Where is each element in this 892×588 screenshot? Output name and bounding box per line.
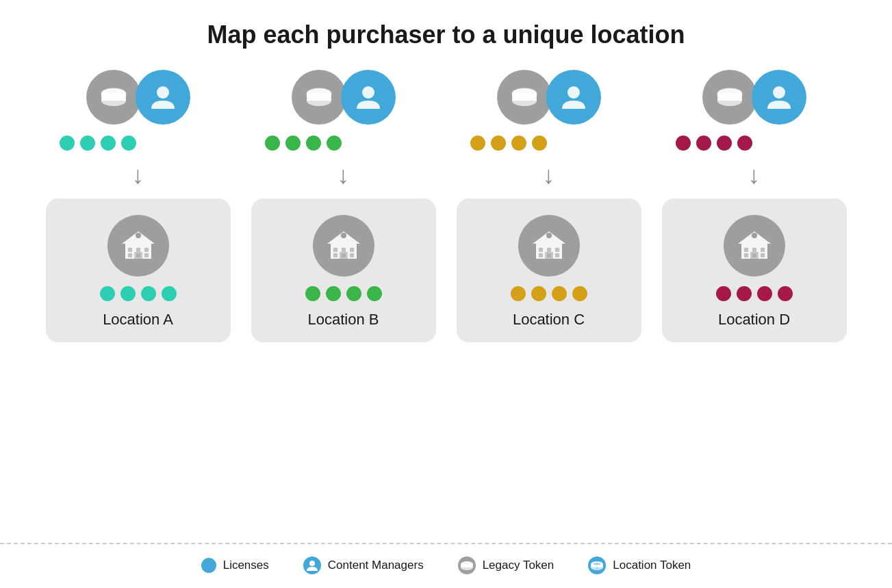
svg-rect-26 — [333, 253, 337, 257]
location-box-d: Location D — [662, 199, 847, 342]
legend-location-token-icon — [588, 557, 606, 574]
top-icons-c — [497, 70, 601, 125]
dot — [327, 136, 342, 151]
svg-point-52 — [752, 233, 757, 238]
location-dots-a — [57, 286, 220, 301]
svg-rect-28 — [350, 253, 354, 257]
location-dots-d — [673, 286, 836, 301]
svg-rect-25 — [350, 248, 354, 252]
dots-row-b — [251, 136, 436, 151]
person-icon-a — [136, 70, 190, 125]
dot — [367, 286, 382, 301]
dot — [757, 286, 772, 301]
arrow-c: ↓ — [543, 163, 555, 188]
location-dots-c — [468, 286, 630, 301]
legend-legacy-token-icon — [458, 557, 476, 574]
svg-point-33 — [512, 88, 537, 99]
page-title: Map each purchaser to a unique location — [207, 21, 685, 49]
dot — [162, 286, 177, 301]
legend-legacy-token-label: Legacy Token — [483, 559, 555, 572]
building-icon-c — [518, 215, 580, 277]
dot — [80, 136, 95, 151]
dot — [778, 286, 793, 301]
dot — [141, 286, 156, 301]
dots-row-a — [46, 136, 231, 151]
dot — [737, 136, 752, 151]
svg-rect-58 — [761, 253, 765, 257]
purchaser-column-d: ↓ — [662, 70, 847, 536]
person-icon-d — [752, 70, 806, 125]
svg-rect-54 — [752, 248, 756, 252]
person-icon-c — [546, 70, 601, 125]
dot — [491, 136, 506, 151]
building-icon-b — [313, 215, 374, 277]
legend-content-managers-label: Content Managers — [328, 559, 424, 572]
svg-rect-41 — [539, 253, 543, 257]
arrow-b: ↓ — [337, 163, 350, 188]
svg-rect-43 — [555, 253, 559, 257]
location-label-a: Location A — [103, 311, 173, 329]
svg-point-49 — [773, 86, 785, 99]
dot — [265, 136, 280, 151]
svg-rect-8 — [128, 248, 132, 252]
token-icon-d — [702, 70, 757, 125]
location-label-d: Location D — [718, 311, 790, 329]
dot — [470, 136, 485, 151]
purchaser-column-a: ↓ — [46, 70, 231, 536]
svg-rect-13 — [144, 253, 149, 257]
arrow-a: ↓ — [132, 163, 144, 188]
svg-point-22 — [341, 233, 346, 238]
building-icon-a — [107, 215, 169, 277]
location-box-c: Location C — [457, 199, 641, 342]
legend-licenses-label: Licenses — [223, 559, 269, 572]
dot — [305, 286, 320, 301]
dot — [737, 286, 752, 301]
token-icon-a — [86, 70, 141, 125]
dot — [306, 136, 321, 151]
purchaser-column-c: ↓ — [457, 70, 641, 536]
top-icons-d — [702, 70, 806, 125]
dot — [552, 286, 567, 301]
svg-rect-39 — [547, 248, 551, 252]
svg-point-4 — [157, 86, 169, 99]
svg-point-48 — [717, 88, 742, 99]
dot — [531, 286, 546, 301]
building-icon-d — [724, 215, 785, 277]
svg-point-18 — [307, 88, 331, 99]
location-box-b: Location B — [251, 199, 436, 342]
dot — [120, 286, 136, 301]
dot — [346, 286, 361, 301]
token-icon-b — [292, 70, 346, 125]
svg-point-63 — [461, 565, 473, 570]
svg-point-37 — [546, 233, 552, 238]
svg-rect-23 — [333, 248, 337, 252]
legend-area: Licenses Content Managers Legacy Token — [0, 543, 892, 588]
person-icon-b — [341, 70, 396, 125]
legend-location-token: Location Token — [588, 557, 691, 574]
diagram-area: ↓ — [0, 70, 892, 536]
dots-row-c — [457, 136, 641, 151]
svg-rect-10 — [144, 248, 149, 252]
dot — [121, 136, 136, 151]
svg-rect-59 — [750, 252, 759, 259]
dot — [100, 286, 115, 301]
dot — [572, 286, 587, 301]
svg-point-34 — [568, 86, 580, 99]
svg-rect-53 — [744, 248, 748, 252]
legend-licenses: Licenses — [201, 558, 269, 573]
svg-point-7 — [136, 233, 141, 238]
dots-row-d — [662, 136, 847, 151]
top-icons-b — [292, 70, 396, 125]
svg-rect-24 — [342, 248, 346, 252]
svg-rect-14 — [134, 252, 142, 259]
svg-point-19 — [362, 86, 374, 99]
svg-point-60 — [309, 561, 315, 566]
svg-point-3 — [101, 88, 126, 99]
dot — [101, 136, 116, 151]
dot — [511, 286, 526, 301]
purchaser-column-b: ↓ — [251, 70, 436, 536]
dot — [60, 136, 75, 151]
location-box-a: Location A — [46, 199, 231, 342]
svg-rect-9 — [136, 248, 140, 252]
dot — [717, 136, 732, 151]
